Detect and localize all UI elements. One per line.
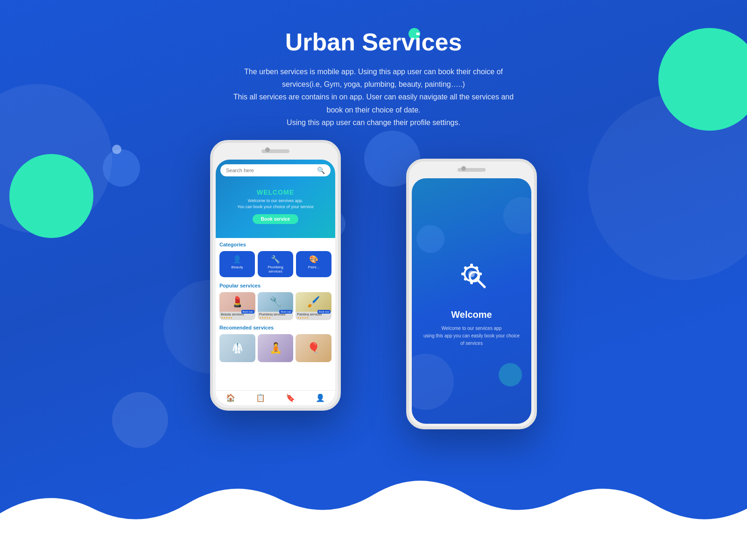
category-painting[interactable]: 🎨 Paini...	[296, 251, 331, 277]
deco-circle-bottom-left	[112, 392, 168, 448]
categories-title: Categories	[219, 242, 331, 247]
beauty-label: Beauty	[222, 265, 252, 269]
search-icon: 🔍	[317, 167, 325, 174]
popular-item-plumbing[interactable]: 🔧 Plumbing services ★★★★★ Book now	[258, 292, 294, 320]
painting-stars: ★★★★★	[296, 316, 331, 319]
beauty-book-btn[interactable]: Book now	[241, 310, 254, 314]
popular-item-painting[interactable]: 🖌️ Painting services ★★★★★ Book now	[296, 292, 331, 320]
wc4	[416, 225, 444, 253]
painting-thumb: 🖌️	[296, 292, 331, 312]
deco-circle-small	[112, 145, 121, 154]
categories-row: 👤 Beauty 🔧 Plumbing services 🎨 Paini...	[219, 251, 331, 277]
recommended-row: 🥼 🧘 🎈	[219, 334, 331, 362]
right-phone-frame: Welcome Welcome to our services app usin…	[406, 159, 537, 429]
svg-rect-7	[475, 266, 479, 269]
gear-wrench-icon	[453, 255, 490, 300]
app-body: Categories 👤 Beauty 🔧 Plumbing services …	[216, 238, 335, 390]
welcome-title: WELCOME	[220, 189, 331, 196]
nav-list[interactable]: 📋	[256, 393, 265, 402]
search-input[interactable]	[226, 168, 317, 173]
category-beauty[interactable]: 👤 Beauty	[219, 251, 255, 277]
wave-bottom-svg	[0, 467, 747, 560]
page-description: The urben services is mobile app. Using …	[229, 65, 518, 129]
left-phone-frame: 🔍 WELCOME Welcome to our servives app. Y…	[210, 140, 341, 411]
app-navbar: 🏠 📋 🔖 👤	[216, 390, 335, 405]
plumbing-label: Plumbing services	[261, 265, 290, 273]
header-section: Urban Services The urben services is mob…	[229, 28, 518, 129]
svg-rect-1	[470, 264, 473, 267]
painting-book-btn[interactable]: Book now	[317, 310, 331, 314]
nav-profile[interactable]: 👤	[316, 393, 325, 402]
popular-title: Popular services	[219, 283, 331, 288]
deco-circle-blue-mid	[103, 149, 140, 187]
popular-item-beauty[interactable]: 💄 Beauty services ★★★★★ Book now	[219, 292, 255, 320]
balloon-thumb: 🎈	[296, 334, 331, 362]
nav-home[interactable]: 🏠	[226, 393, 235, 402]
recom-item-balloon[interactable]: 🎈	[296, 334, 331, 362]
wc2	[503, 197, 531, 234]
painting-label: Paini...	[299, 265, 329, 269]
svg-rect-3	[461, 273, 465, 275]
welcome-screen: Welcome Welcome to our services app usin…	[412, 178, 531, 424]
beauty-icon: 👤	[222, 255, 252, 264]
page-title: Urban Services	[229, 28, 518, 56]
beauty-stars: ★★★★★	[219, 316, 255, 319]
nav-bookmark[interactable]: 🔖	[286, 393, 295, 402]
search-bar[interactable]: 🔍	[220, 164, 331, 176]
left-phone-screen: 🔍 WELCOME Welcome to our servives app. Y…	[216, 160, 335, 405]
popular-row: 💄 Beauty services ★★★★★ Book now 🔧 Plumb…	[219, 292, 331, 320]
yoga-thumb: 🧘	[258, 334, 294, 362]
right-phone-screen: Welcome Welcome to our services app usin…	[412, 178, 531, 424]
beauty-thumb: 💄	[219, 292, 255, 312]
svg-rect-8	[464, 277, 467, 280]
welcome-subtitle: Welcome to our servives app. You can boo…	[220, 198, 331, 210]
wc1	[412, 354, 454, 410]
welcome-screen-description: Welcome to our services app using this a…	[423, 325, 520, 347]
recommended-title: Recomended services	[219, 325, 331, 330]
phones-container: 🔍 WELCOME Welcome to our servives app. Y…	[210, 140, 537, 429]
welcome-box: WELCOME Welcome to our servives app. You…	[220, 184, 331, 229]
category-plumbing[interactable]: 🔧 Plumbing services	[258, 251, 293, 277]
doctor-thumb: 🥼	[219, 334, 255, 362]
plumbing-stars: ★★★★★	[258, 316, 294, 319]
app-header: 🔍 WELCOME Welcome to our servives app. Y…	[216, 160, 335, 238]
deco-circle-teal-left	[9, 154, 93, 238]
plumbing-book-btn[interactable]: Book now	[279, 310, 292, 314]
recom-item-yoga[interactable]: 🧘	[258, 334, 294, 362]
plumbing-thumb: 🔧	[258, 292, 294, 312]
painting-icon: 🎨	[299, 255, 329, 264]
recom-item-doctor[interactable]: 🥼	[219, 334, 255, 362]
app-screen: 🔍 WELCOME Welcome to our servives app. Y…	[216, 160, 335, 405]
plumbing-icon: 🔧	[261, 255, 290, 264]
wc3	[499, 363, 522, 386]
book-service-button[interactable]: Book service	[253, 214, 298, 224]
welcome-screen-title: Welcome	[451, 309, 492, 320]
